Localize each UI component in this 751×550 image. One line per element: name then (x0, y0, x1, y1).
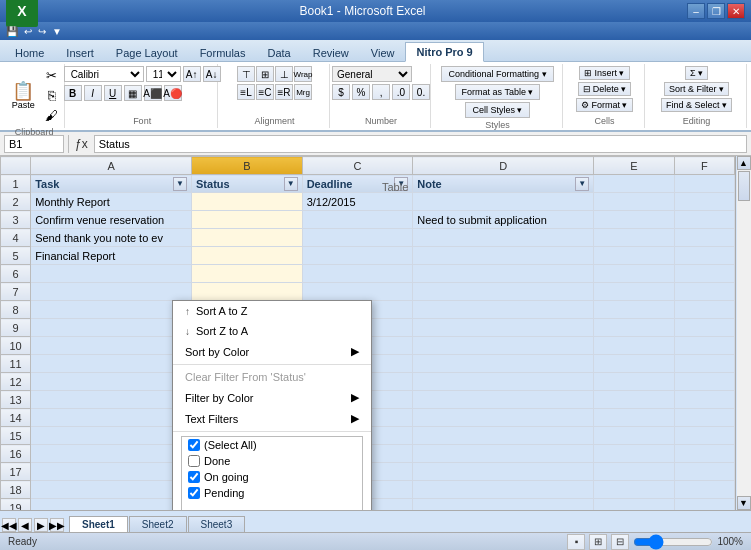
fill-color-button[interactable]: A⬛ (144, 85, 162, 101)
sheet-nav-first[interactable]: ◀◀ (2, 518, 16, 532)
col-header-a[interactable]: A (31, 157, 192, 175)
cell-b2[interactable] (192, 193, 303, 211)
checkbox-ongoing-input[interactable] (188, 471, 200, 483)
undo-quick-btn[interactable]: ↩ (22, 25, 34, 38)
align-left-btn[interactable]: ≡L (237, 84, 255, 100)
col-header-c[interactable]: C (302, 157, 413, 175)
checkbox-select-all[interactable]: (Select All) (182, 437, 362, 453)
bold-button[interactable]: B (64, 85, 82, 101)
formula-input[interactable] (94, 135, 747, 153)
tab-data[interactable]: Data (256, 43, 301, 62)
filter-btn-task[interactable]: ▼ (173, 177, 187, 191)
page-break-view-btn[interactable]: ⊟ (611, 534, 629, 550)
zoom-slider[interactable] (633, 536, 713, 548)
font-color-button[interactable]: A🔴 (164, 85, 182, 101)
cell-a1[interactable]: Task ▼ (31, 175, 192, 193)
italic-button[interactable]: I (84, 85, 102, 101)
cell-d4[interactable] (413, 229, 594, 247)
align-center-btn[interactable]: ≡C (256, 84, 274, 100)
restore-button[interactable]: ❐ (707, 3, 725, 19)
cell-d1[interactable]: Note ▼ (413, 175, 594, 193)
tab-formulas[interactable]: Formulas (189, 43, 257, 62)
merge-btn[interactable]: Mrg (294, 84, 312, 100)
cell-a5[interactable]: Financial Report (31, 247, 192, 265)
cell-f1[interactable] (674, 175, 734, 193)
normal-view-btn[interactable]: ▪ (567, 534, 585, 550)
col-header-f[interactable]: F (674, 157, 734, 175)
sum-btn[interactable]: Σ ▾ (685, 66, 708, 80)
minimize-button[interactable]: – (687, 3, 705, 19)
cell-f5[interactable] (674, 247, 734, 265)
cell-c1[interactable]: Deadline ▼ (302, 175, 413, 193)
sheet-nav-next[interactable]: ▶ (34, 518, 48, 532)
border-button[interactable]: ▦ (124, 85, 142, 101)
sheet-nav-last[interactable]: ▶▶ (50, 518, 64, 532)
cell-b5[interactable] (192, 247, 303, 265)
cell-b4[interactable] (192, 229, 303, 247)
cell-f2[interactable] (674, 193, 734, 211)
align-bot-btn[interactable]: ⊥ (275, 66, 293, 82)
decrease-font-btn[interactable]: A↓ (203, 66, 221, 82)
checkbox-pending-input[interactable] (188, 487, 200, 499)
filter-btn-status[interactable]: ▼ (284, 177, 298, 191)
col-header-e[interactable]: E (594, 157, 674, 175)
cell-c5[interactable] (302, 247, 413, 265)
sheet-tab-3[interactable]: Sheet3 (188, 516, 246, 532)
tab-home[interactable]: Home (4, 43, 55, 62)
filter-btn-deadline[interactable]: ▼ (394, 177, 408, 191)
checkbox-ongoing[interactable]: On going (182, 469, 362, 485)
increase-decimal-btn[interactable]: .0 (392, 84, 410, 100)
tab-insert[interactable]: Insert (55, 43, 105, 62)
col-header-b[interactable]: B (192, 157, 303, 175)
tab-review[interactable]: Review (302, 43, 360, 62)
increase-font-btn[interactable]: A↑ (183, 66, 201, 82)
cell-e2[interactable] (594, 193, 674, 211)
scroll-up-btn[interactable]: ▲ (737, 156, 751, 170)
cell-d5[interactable] (413, 247, 594, 265)
text-filters-item[interactable]: Text Filters ▶ (173, 408, 371, 429)
col-header-d[interactable]: D (413, 157, 594, 175)
insert-cell-btn[interactable]: ⊞ Insert ▾ (579, 66, 629, 80)
cell-e5[interactable] (594, 247, 674, 265)
checkbox-select-all-input[interactable] (188, 439, 200, 451)
tab-page-layout[interactable]: Page Layout (105, 43, 189, 62)
cell-a3[interactable]: Confirm venue reservation (31, 211, 192, 229)
filter-by-color-item[interactable]: Filter by Color ▶ (173, 387, 371, 408)
cell-reference-box[interactable] (4, 135, 64, 153)
cell-a2[interactable]: Monthly Report (31, 193, 192, 211)
wrap-text-btn[interactable]: Wrap (294, 66, 312, 82)
cell-styles-btn[interactable]: Cell Styles ▾ (465, 102, 529, 118)
decrease-decimal-btn[interactable]: 0. (412, 84, 430, 100)
checkbox-done[interactable]: Done (182, 453, 362, 469)
font-size-select[interactable]: 11 (146, 66, 181, 82)
format-as-table-btn[interactable]: Format as Table ▾ (455, 84, 541, 100)
format-painter-button[interactable]: 🖌 (42, 106, 62, 125)
cell-b3[interactable] (192, 211, 303, 229)
tab-view[interactable]: View (360, 43, 406, 62)
vertical-scrollbar[interactable]: ▲ ▼ (735, 156, 751, 510)
format-cell-btn[interactable]: ⚙ Format ▾ (576, 98, 632, 112)
sort-z-to-a-item[interactable]: ↓ Sort Z to A (173, 321, 371, 341)
currency-btn[interactable]: $ (332, 84, 350, 100)
sheet-nav-prev[interactable]: ◀ (18, 518, 32, 532)
percent-btn[interactable]: % (352, 84, 370, 100)
align-right-btn[interactable]: ≡R (275, 84, 293, 100)
find-select-btn[interactable]: Find & Select ▾ (661, 98, 732, 112)
filter-btn-note[interactable]: ▼ (575, 177, 589, 191)
cell-c4[interactable] (302, 229, 413, 247)
tab-nitro[interactable]: Nitro Pro 9 (405, 42, 483, 62)
underline-button[interactable]: U (104, 85, 122, 101)
cell-d3[interactable]: Need to submit application (413, 211, 594, 229)
cell-e3[interactable] (594, 211, 674, 229)
save-quick-btn[interactable]: 💾 (4, 25, 20, 38)
checkbox-done-input[interactable] (188, 455, 200, 467)
checkbox-pending[interactable]: Pending (182, 485, 362, 501)
comma-btn[interactable]: , (372, 84, 390, 100)
cut-button[interactable]: ✂ (42, 66, 62, 85)
scroll-thumb[interactable] (738, 171, 750, 201)
conditional-formatting-btn[interactable]: Conditional Formatting ▾ (441, 66, 553, 82)
sort-a-to-z-item[interactable]: ↑ Sort A to Z (173, 301, 371, 321)
cell-d2[interactable] (413, 193, 594, 211)
cell-e4[interactable] (594, 229, 674, 247)
cell-f3[interactable] (674, 211, 734, 229)
